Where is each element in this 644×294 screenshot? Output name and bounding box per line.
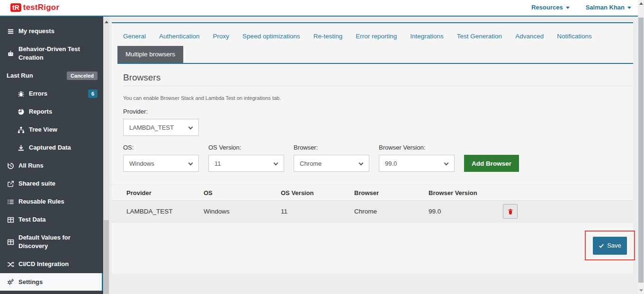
page-scrollbar-thumb[interactable]: [638, 18, 644, 283]
user-menu[interactable]: Salman Khan: [586, 4, 631, 11]
os-version-select[interactable]: 11: [208, 155, 284, 172]
app-root: tR testRigor Resources Salman Khan My re…: [0, 0, 644, 294]
cell-browser-version: 99.0: [429, 208, 503, 215]
chevron-down-icon: [359, 161, 364, 166]
save-button-label: Save: [607, 242, 621, 249]
browsers-section: Browsers You can enable Browser Stack an…: [112, 72, 633, 260]
delete-row-button[interactable]: [503, 204, 518, 219]
sidebar-scrollbar[interactable]: [103, 17, 109, 294]
section-title: Browsers: [123, 72, 633, 86]
resources-menu-label: Resources: [531, 4, 563, 11]
history-icon: [7, 162, 14, 169]
sidebar-item-label: Behavior-Driven Test Creation: [18, 45, 98, 62]
browser-version-label: Browser Version:: [379, 144, 455, 151]
testrigor-logo[interactable]: tR testRigor: [10, 3, 59, 12]
table-header-row: Provider OS OS Version Browser Browser V…: [112, 185, 633, 201]
tab-authentication[interactable]: Authentication: [159, 33, 200, 40]
page-scrollbar[interactable]: [638, 0, 644, 294]
sidebar-item-last-run[interactable]: Last Run Canceled: [0, 67, 103, 85]
share-icon: [7, 180, 14, 187]
tab-speed-optimizations[interactable]: Speed optimizations: [242, 33, 300, 40]
sidebar-item-shared-suite[interactable]: Shared suite: [0, 175, 103, 193]
tabs-underline: [117, 63, 633, 64]
trash-icon: [507, 208, 514, 215]
sidebar-scrollbar-thumb[interactable]: [104, 220, 109, 294]
sidebar-item-my-requests[interactable]: My requests: [0, 22, 103, 40]
sidebar-item-errors[interactable]: Errors 6: [0, 85, 103, 103]
tab-notifications[interactable]: Notifications: [557, 33, 592, 40]
last-run-status-badge: Canceled: [67, 71, 98, 80]
section-note: You can enable Browser Stack and Lambda …: [123, 95, 633, 101]
tab-proxy[interactable]: Proxy: [213, 33, 230, 40]
table-row: LAMBDA_TEST Windows 11 Chrome 99.0: [112, 201, 633, 223]
sidebar-item-test-data[interactable]: Test Data: [0, 211, 103, 229]
check-icon: [599, 243, 604, 249]
scroll-down-icon[interactable]: [639, 289, 643, 292]
scroll-up-icon[interactable]: [639, 2, 643, 5]
sidebar-item-label: Tree View: [29, 125, 98, 134]
sidebar-item-behavior-driven-test-creation[interactable]: Behavior-Driven Test Creation: [0, 40, 103, 67]
column-header-os-version: OS Version: [281, 189, 354, 196]
sidebar-item-cicd-integration[interactable]: CI/CD Integration: [0, 255, 103, 273]
save-button[interactable]: Save: [593, 237, 627, 255]
sidebar-item-label: Last Run: [7, 71, 63, 80]
browser-select[interactable]: Chrome: [294, 155, 369, 172]
chevron-down-icon: [188, 161, 193, 166]
browser-version-select[interactable]: 99.0: [379, 155, 455, 172]
sidebar-item-all-runs[interactable]: All Runs: [0, 157, 103, 175]
tab-re-testing[interactable]: Re-testing: [313, 33, 343, 40]
sidebar-item-reports[interactable]: Reports: [0, 103, 103, 121]
add-browser-button[interactable]: Add Browser: [464, 155, 519, 172]
tab-advanced[interactable]: Advanced: [515, 33, 544, 40]
chevron-down-icon: [274, 161, 278, 166]
tab-integrations[interactable]: Integrations: [410, 33, 444, 40]
bug-icon: [17, 90, 25, 98]
sidebar-item-label: Reusable Rules: [18, 197, 98, 206]
chevron-down-icon: [188, 125, 193, 130]
header-links: Resources Salman Khan: [531, 4, 631, 11]
browser-select-value: Chrome: [300, 160, 322, 167]
column-header-browser: Browser: [354, 189, 429, 196]
provider-select-value: LAMBDA_TEST: [129, 124, 174, 131]
sidebar-item-default-values-for-discovery[interactable]: Default Values for Discovery: [0, 229, 103, 255]
sidebar-item-settings[interactable]: Settings: [0, 273, 103, 291]
sidebar-item-label: Default Values for Discovery: [18, 233, 98, 250]
tab-multiple-browsers[interactable]: Multiple browsers: [117, 46, 183, 63]
sidebar-item-label: Errors: [29, 89, 84, 98]
os-select[interactable]: Windows: [123, 155, 199, 172]
list-icon: [7, 198, 14, 205]
menu-icon: [7, 28, 14, 35]
sidebar-item-label: CI/CD Integration: [18, 260, 98, 268]
scroll-up-icon[interactable]: [105, 21, 108, 23]
tab-error-reporting[interactable]: Error reporting: [356, 33, 397, 40]
sidebar-item-captured-data[interactable]: Captured Data: [0, 139, 103, 157]
column-header-provider: Provider: [112, 189, 204, 196]
sidebar-item-tree-view[interactable]: Tree View: [0, 121, 103, 139]
top-header: tR testRigor Resources Salman Khan: [0, 0, 638, 17]
sidebar-item-label: Reports: [29, 107, 98, 116]
sidebar-item-label: All Runs: [18, 161, 98, 170]
table-icon: [7, 216, 14, 223]
os-version-label: OS Version:: [208, 144, 284, 151]
sitemap-icon: [17, 126, 25, 134]
sidebar-item-label: My requests: [18, 27, 98, 36]
main-content: General Authentication Proxy Speed optim…: [109, 17, 638, 294]
chevron-down-icon: [444, 161, 449, 166]
settings-tabs: General Authentication Proxy Speed optim…: [123, 33, 633, 40]
provider-select[interactable]: LAMBDA_TEST: [123, 119, 199, 136]
errors-count-badge: 6: [88, 89, 98, 98]
tab-general[interactable]: General: [123, 33, 146, 40]
column-header-browser-version: Browser Version: [429, 189, 503, 196]
cell-browser: Chrome: [354, 208, 429, 215]
gears-icon: [7, 278, 14, 285]
shuffle-icon: [7, 261, 14, 268]
column-header-os: OS: [204, 189, 281, 196]
settings-panel: General Authentication Proxy Speed optim…: [112, 22, 633, 274]
chevron-down-icon: [627, 7, 631, 9]
download-icon: [17, 144, 25, 151]
sidebar: My requests Behavior-Driven Test Creatio…: [0, 17, 103, 294]
resources-menu[interactable]: Resources: [531, 4, 569, 11]
sidebar-item-reusable-rules[interactable]: Reusable Rules: [0, 193, 103, 211]
save-area: Save: [123, 231, 635, 260]
tab-test-generation[interactable]: Test Generation: [457, 33, 502, 40]
